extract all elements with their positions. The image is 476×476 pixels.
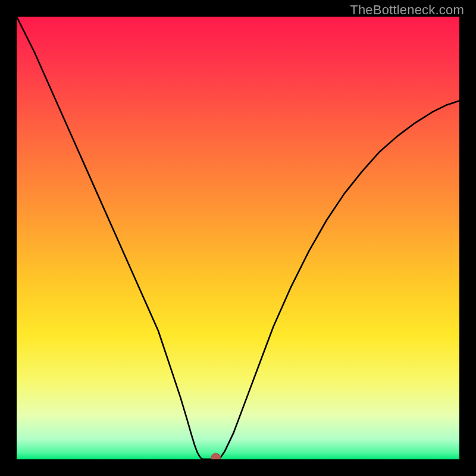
plot-area (17, 17, 459, 459)
gradient-background (17, 17, 459, 459)
chart-frame: TheBottleneck.com (0, 0, 476, 476)
plot-svg (17, 17, 459, 459)
watermark-text: TheBottleneck.com (350, 2, 464, 18)
